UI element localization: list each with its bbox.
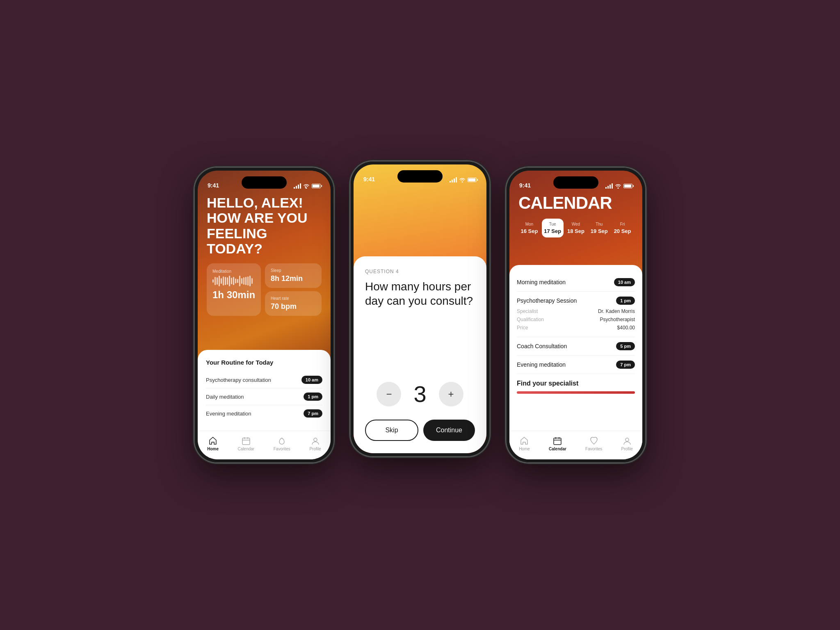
tab-calendar-3[interactable]: Calendar: [549, 436, 566, 451]
question-text: How many hours per day can you consult?: [365, 279, 475, 308]
dynamic-island-3: [553, 176, 598, 189]
action-buttons: Skip Continue: [365, 420, 475, 441]
routine-item-2-name: Daily meditation: [206, 394, 244, 400]
battery-icon-2: [468, 178, 477, 182]
phone-2-screen: 9:41: [354, 164, 486, 453]
tab-calendar-1[interactable]: Calendar: [238, 436, 255, 451]
signal-bars-1: [294, 183, 301, 189]
calendar-content: Morning meditation 10 am Psychotherapy S…: [509, 265, 642, 459]
status-time-3: 9:41: [519, 182, 531, 189]
phone-3-calendar: 9:41: [506, 167, 646, 463]
cal-day-wed-num: 18 Sep: [567, 228, 584, 234]
phone-1-stats: Meditation 1h 30min: [207, 263, 322, 316]
home-icon-3: [520, 436, 529, 445]
profile-icon-1: [311, 436, 320, 445]
find-specialist-label: Find your specialist: [517, 380, 635, 387]
event-psychotherapy-name: Psychotherapy Session: [517, 297, 577, 304]
phone-2-question: 9:41: [350, 161, 490, 457]
calendar-icon-1: [242, 436, 251, 445]
battery-icon-3: [623, 184, 632, 188]
routine-item-2: Daily meditation 1 pm: [206, 388, 322, 405]
sleep-stat-card: Sleep 8h 12min: [265, 263, 322, 288]
tab-calendar-label-1: Calendar: [238, 447, 255, 451]
price-label: Price: [517, 325, 528, 331]
routine-item-1-name: Psychotherapy consultation: [206, 377, 271, 383]
event-coach[interactable]: Coach Consultation 5 pm: [517, 337, 635, 356]
svg-point-6: [462, 181, 463, 183]
routine-item-1: Psychotherapy consultation 10 am: [206, 372, 322, 388]
specialist-label: Specialist: [517, 308, 538, 314]
event-evening-meditation[interactable]: Evening meditation 7 pm: [517, 356, 635, 374]
event-coach-time: 5 pm: [616, 342, 635, 350]
wifi-icon-1: [303, 184, 310, 189]
tab-profile-label-3: Profile: [621, 447, 632, 451]
price-value: $400.00: [617, 325, 635, 331]
cal-day-tue-num: 17 Sep: [544, 228, 561, 234]
event-psychotherapy[interactable]: Psychotherapy Session 1 pm Specialist Dr…: [517, 292, 635, 337]
routine-card: Your Routine for Today Psychotherapy con…: [198, 350, 331, 431]
cal-day-mon-name: Mon: [525, 222, 533, 226]
favorites-icon-1: [277, 436, 286, 445]
tab-home-3[interactable]: Home: [519, 436, 530, 451]
cal-day-tue[interactable]: Tue 17 Sep: [542, 219, 564, 237]
tab-home-label-1: Home: [207, 447, 219, 451]
status-time-1: 9:41: [208, 182, 219, 189]
qualification-row: Qualification Psychotherapist: [517, 315, 635, 324]
increment-button[interactable]: +: [439, 382, 463, 406]
phone-3-bg: 9:41: [509, 171, 642, 459]
svg-point-7: [618, 187, 619, 189]
phone-3-screen: 9:41: [509, 171, 642, 459]
skip-button[interactable]: Skip: [365, 420, 418, 441]
cal-day-fri-name: Fri: [620, 222, 625, 226]
tab-profile-1[interactable]: Profile: [309, 436, 321, 451]
tab-favorites-3[interactable]: Favorites: [585, 436, 602, 451]
svg-rect-1: [242, 438, 250, 445]
greeting-text: HELLO, ALEX! HOW ARE YOU FEELING TODAY?: [207, 195, 322, 257]
tab-profile-3[interactable]: Profile: [621, 436, 632, 451]
status-time-2: 9:41: [363, 176, 375, 183]
routine-item-2-time: 1 pm: [304, 393, 322, 401]
counter-value: 3: [413, 381, 426, 407]
tab-favorites-label-1: Favorites: [274, 447, 290, 451]
find-specialist-section: Find your specialist: [517, 380, 635, 394]
event-morning-meditation-name: Morning meditation: [517, 279, 566, 285]
heart-rate-label: Heart rate: [271, 296, 316, 301]
cal-day-fri[interactable]: Fri 20 Sep: [612, 219, 633, 237]
tab-calendar-label-3: Calendar: [549, 447, 566, 451]
specialist-row: Specialist Dr. Kaden Morris: [517, 307, 635, 315]
meditation-stat-card: Meditation 1h 30min: [207, 263, 261, 316]
counter-row: − 3 +: [365, 381, 475, 407]
routine-item-3-time: 7 pm: [304, 409, 322, 418]
cal-day-mon-num: 16 Sep: [520, 228, 538, 234]
continue-button[interactable]: Continue: [423, 420, 475, 441]
tab-favorites-1[interactable]: Favorites: [274, 436, 290, 451]
specialist-bar: [517, 391, 635, 394]
question-number: QUESTION 4: [365, 269, 475, 274]
cal-day-wed-name: Wed: [572, 222, 580, 226]
dynamic-island-2: [397, 170, 443, 183]
cal-day-mon[interactable]: Mon 16 Sep: [518, 219, 540, 237]
battery-icon-1: [312, 184, 321, 188]
tab-bar-3: Home Calendar: [509, 431, 642, 459]
calendar-title: CALENDAR: [518, 193, 633, 213]
cal-day-tue-name: Tue: [549, 222, 556, 226]
cal-day-thu[interactable]: Thu 19 Sep: [588, 219, 610, 237]
tab-home-1[interactable]: Home: [207, 436, 219, 451]
profile-icon-3: [623, 436, 632, 445]
meditation-label: Meditation: [212, 269, 255, 274]
heart-rate-card: Heart rate 70 bpm: [265, 291, 322, 316]
meditation-time: 1h 30min: [212, 289, 255, 301]
price-row: Price $400.00: [517, 324, 635, 332]
svg-point-0: [306, 187, 307, 189]
status-icons-3: [605, 183, 632, 189]
phone-1-home: 9:41: [194, 167, 334, 463]
phone-1-bg: 9:41: [198, 171, 331, 459]
cal-day-wed[interactable]: Wed 18 Sep: [565, 219, 587, 237]
event-morning-meditation[interactable]: Morning meditation 10 am: [517, 273, 635, 292]
decrement-button[interactable]: −: [377, 382, 401, 406]
phone-1-screen: 9:41: [198, 171, 331, 459]
heart-rate-value: 70 bpm: [271, 302, 316, 311]
signal-bars-3: [605, 183, 613, 189]
wifi-icon-2: [459, 178, 466, 183]
svg-point-5: [314, 438, 317, 441]
